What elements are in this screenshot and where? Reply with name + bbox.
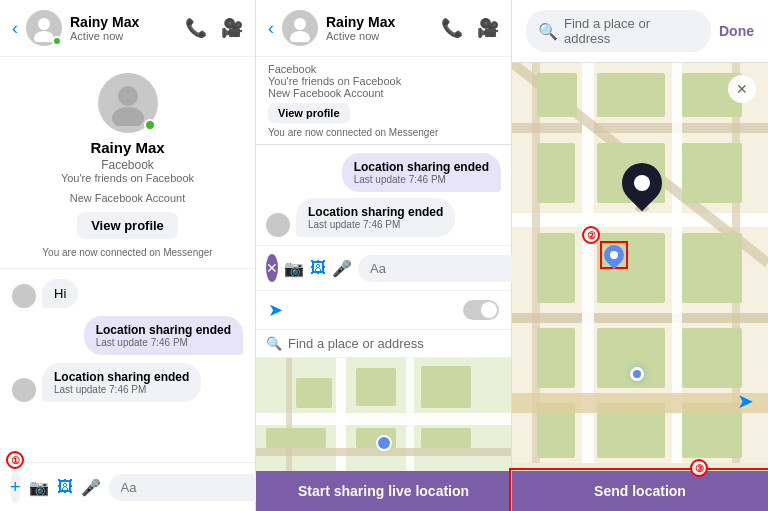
panel3-map[interactable]: ② ✕ ➤ — [512, 63, 768, 471]
profile-section: Rainy Max Facebook You're friends on Fac… — [0, 57, 255, 269]
close-button[interactable]: ✕ — [728, 75, 756, 103]
location-update-time: Last update 7:46 PM — [96, 337, 231, 348]
message-hi: Hi — [12, 279, 243, 308]
done-button[interactable]: Done — [719, 23, 754, 39]
small-location-pin — [600, 241, 628, 269]
panel3-search-placeholder: Find a place or address — [564, 16, 699, 46]
panel2-mic-icon[interactable]: 🎤 — [332, 254, 352, 282]
panel2-phone-icon[interactable]: 📞 — [441, 17, 463, 39]
online-indicator — [52, 36, 62, 46]
phone-icon[interactable]: 📞 — [185, 17, 207, 39]
panel1-header: ‹ Rainy Max Active now 📞 🎥 — [0, 0, 255, 57]
send-location-button[interactable]: Send location — [512, 471, 768, 511]
panel2-location-time2: Last update 7:46 PM — [308, 219, 443, 230]
profile-source: Facebook — [101, 158, 154, 172]
panel2-back-button[interactable]: ‹ — [268, 18, 274, 39]
panel-map-send: 🔍 Find a place or address Done — [512, 0, 768, 511]
svg-rect-7 — [256, 413, 511, 425]
svg-rect-28 — [537, 73, 577, 117]
pin-head — [614, 155, 671, 212]
close-icon: ✕ — [736, 81, 748, 97]
svg-rect-34 — [537, 233, 575, 303]
panel2-search-bar: 🔍 Find a place or address — [256, 330, 511, 358]
panel2-bubble-right: Location sharing ended Last update 7:46 … — [342, 153, 501, 192]
panel-chat-map: ‹ Rainy Max Active now 📞 🎥 Facebook You'… — [256, 0, 512, 511]
back-button[interactable]: ‹ — [12, 18, 18, 39]
svg-point-18 — [377, 436, 391, 450]
svg-rect-20 — [512, 213, 768, 227]
svg-rect-33 — [682, 143, 742, 203]
add-button[interactable]: + — [10, 471, 21, 503]
svg-point-4 — [294, 18, 306, 30]
mic-icon[interactable]: 🎤 — [81, 473, 101, 501]
svg-rect-11 — [286, 358, 292, 471]
svg-rect-31 — [537, 143, 575, 203]
image-icon[interactable]: 🖼 — [57, 473, 73, 501]
svg-point-2 — [118, 86, 138, 106]
svg-point-1 — [34, 31, 54, 42]
circle-badge-3: ③ — [690, 459, 708, 477]
panel2-chat-partial: Location sharing ended Last update 7:46 … — [256, 145, 511, 245]
svg-rect-39 — [682, 328, 742, 388]
view-profile-button[interactable]: View profile — [77, 212, 178, 239]
svg-rect-37 — [537, 328, 575, 388]
small-pin-inner — [610, 251, 618, 259]
panel2-contact-status: Active now — [326, 30, 433, 42]
pin-red-border — [600, 241, 628, 269]
panel2-contact-name: Rainy Max — [326, 14, 433, 30]
panel2-search-placeholder: Find a place or address — [288, 336, 424, 351]
msg-bubble-left-loc: Location sharing ended Last update 7:46 … — [42, 363, 201, 402]
svg-rect-21 — [512, 313, 768, 323]
circle-badge-1: ① — [6, 451, 24, 469]
svg-rect-15 — [266, 428, 326, 448]
location-ended-text2: Location sharing ended — [54, 370, 189, 384]
msg-bubble-right: Location sharing ended Last update 7:46 … — [84, 316, 243, 355]
svg-point-0 — [38, 18, 50, 30]
location-update-time2: Last update 7:46 PM — [54, 384, 189, 395]
svg-point-3 — [112, 107, 144, 126]
panel2-avatar — [282, 10, 318, 46]
location-ended-text: Location sharing ended — [96, 323, 231, 337]
live-toggle[interactable] — [463, 300, 499, 320]
connected-text: You are now connected on Messenger — [42, 247, 212, 258]
panel2-image-icon[interactable]: 🖼 — [310, 254, 326, 282]
start-sharing-button[interactable]: Start sharing live location — [256, 471, 511, 511]
svg-rect-12 — [296, 378, 332, 408]
panel3-search-bar[interactable]: 🔍 Find a place or address — [526, 10, 711, 52]
svg-rect-13 — [356, 368, 396, 406]
msg-bubble: Hi — [42, 279, 78, 308]
panel2-video-icon[interactable]: 🎥 — [477, 17, 499, 39]
send-location-container: ③ Send location — [512, 471, 768, 511]
panel-chat-profile: ‹ Rainy Max Active now 📞 🎥 Rainy Max Fac… — [0, 0, 256, 511]
svg-point-5 — [290, 31, 310, 42]
panel2-dropdown: Facebook You're friends on Facebook New … — [256, 57, 511, 145]
svg-rect-22 — [512, 123, 768, 133]
panel2-location-ended2: Location sharing ended — [308, 205, 443, 219]
panel2-header-icons: 📞 🎥 — [441, 17, 499, 39]
video-icon[interactable]: 🎥 — [221, 17, 243, 39]
panel2-msg-left: Location sharing ended Last update 7:46 … — [266, 198, 501, 237]
panel2-cancel-button[interactable]: ✕ — [266, 254, 278, 282]
panel2-bubble-left: Location sharing ended Last update 7:46 … — [296, 198, 455, 237]
camera-icon[interactable]: 📷 — [29, 473, 49, 501]
panel2-nav-btn[interactable]: ➤ — [268, 299, 283, 321]
profile-friends-text: You're friends on Facebook — [61, 172, 194, 184]
navigate-icon[interactable]: ➤ — [737, 389, 754, 413]
profile-account-text: New Facebook Account — [70, 192, 186, 204]
avatar-container — [26, 10, 62, 46]
panel2-msg-right: Location sharing ended Last update 7:46 … — [266, 153, 501, 192]
map-main-pin — [622, 163, 662, 212]
panel2-msg-avatar — [266, 213, 290, 237]
panel2-map-svg — [256, 358, 511, 471]
panel2-view-profile-button[interactable]: View profile — [268, 103, 350, 123]
msg-location-left: Location sharing ended Last update 7:46 … — [12, 363, 243, 402]
svg-rect-43 — [512, 393, 768, 413]
panel2-camera-icon[interactable]: 📷 — [284, 254, 304, 282]
panel2-location-ended: Location sharing ended — [354, 160, 489, 174]
panel2-map[interactable] — [256, 358, 511, 471]
msg-avatar — [12, 284, 36, 308]
svg-rect-36 — [682, 233, 742, 303]
panel2-toolbar: ✕ 📷 🖼 🎤 😊 👍 — [256, 245, 511, 291]
panel2-search-icon: 🔍 — [266, 336, 282, 351]
panel2-location-time: Last update 7:46 PM — [354, 174, 489, 185]
